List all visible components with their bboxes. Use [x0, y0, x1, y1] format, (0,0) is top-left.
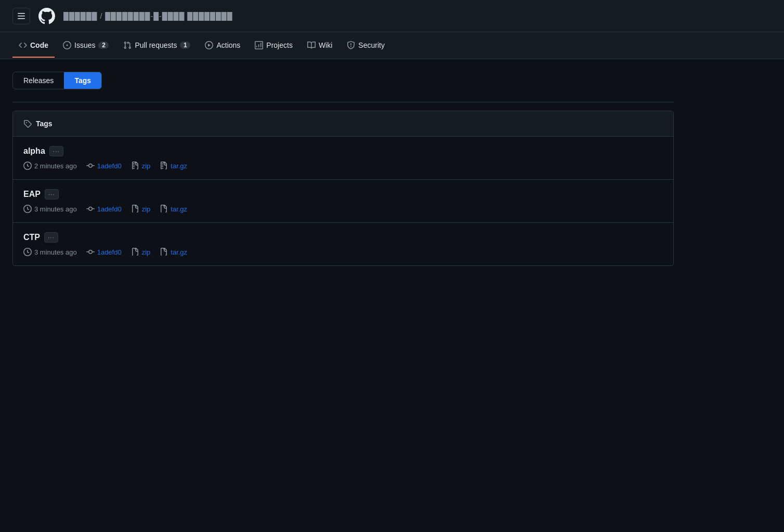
tag-tar-link-alpha[interactable]: tar.gz: [171, 162, 187, 170]
tag-time-text-eap: 3 minutes ago: [34, 205, 77, 213]
tag-commit-eap: 1adefd0: [86, 205, 122, 213]
tag-tar-link-ctp[interactable]: tar.gz: [171, 248, 187, 256]
tag-meta-eap: 3 minutes ago 1adefd0 zip: [23, 205, 663, 213]
tab-issues-label: Issues: [74, 41, 95, 49]
nav-tabs: Code Issues 2 Pull requests 1 Actions Pr…: [0, 32, 784, 59]
tag-row: alpha ··· 2 minutes ago 1adefd0: [13, 137, 673, 180]
tags-card-header: Tags: [13, 111, 673, 137]
main-content: Releases Tags Tags alpha ··· 2 minu: [0, 59, 686, 278]
tag-dots-button-alpha[interactable]: ···: [49, 146, 63, 156]
tags-card: Tags alpha ··· 2 minutes ago 1: [12, 111, 674, 266]
tar-icon-eap: [160, 205, 168, 213]
tab-wiki[interactable]: Wiki: [301, 34, 338, 58]
tag-commit-alpha: 1adefd0: [86, 162, 122, 170]
pr-badge: 1: [180, 42, 190, 49]
tab-actions[interactable]: Actions: [199, 34, 246, 58]
tag-icon: [23, 119, 32, 128]
issues-badge: 2: [98, 42, 109, 49]
tab-wiki-label: Wiki: [319, 41, 332, 49]
tag-meta-alpha: 2 minutes ago 1adefd0 zip: [23, 162, 663, 170]
tar-icon-ctp: [160, 248, 168, 256]
tag-zip-link-alpha[interactable]: zip: [142, 162, 151, 170]
tag-commit-link-ctp[interactable]: 1adefd0: [97, 248, 122, 256]
tag-row-ctp: CTP ··· 3 minutes ago 1adefd0: [13, 223, 673, 265]
hamburger-icon: [17, 12, 25, 20]
tag-tar-alpha: tar.gz: [160, 162, 187, 170]
tag-zip-alpha: zip: [131, 162, 151, 170]
actions-icon: [205, 41, 213, 49]
tab-security[interactable]: Security: [341, 34, 391, 58]
clock-icon: [23, 162, 32, 170]
tag-dots-button-eap[interactable]: ···: [45, 189, 59, 200]
tag-name-row-alpha: alpha ···: [23, 146, 663, 156]
tag-name-row-eap: EAP ···: [23, 189, 663, 200]
tags-toggle-button[interactable]: Tags: [64, 72, 101, 89]
pr-icon: [123, 41, 132, 49]
tab-security-label: Security: [358, 41, 385, 49]
issue-icon: [63, 41, 71, 49]
projects-icon: [255, 41, 263, 49]
tar-icon: [160, 162, 168, 170]
zip-icon-ctp: [131, 248, 139, 256]
commit-icon-ctp: [86, 248, 95, 256]
tags-header-label: Tags: [36, 119, 53, 128]
tag-zip-link-ctp[interactable]: zip: [142, 248, 151, 256]
tag-meta-ctp: 3 minutes ago 1adefd0 zip: [23, 248, 663, 256]
section-divider: [12, 102, 674, 102]
tag-time-ctp: 3 minutes ago: [23, 248, 77, 256]
commit-icon: [86, 162, 95, 170]
tag-name-alpha: alpha: [23, 147, 45, 156]
releases-toggle-button[interactable]: Releases: [13, 72, 64, 89]
tab-code-label: Code: [30, 41, 48, 49]
code-icon: [19, 41, 27, 49]
repo-name: ██████ / ████████-█-████ ████████: [63, 12, 233, 20]
tag-zip-ctp: zip: [131, 248, 151, 256]
tab-issues[interactable]: Issues 2: [57, 34, 115, 58]
tag-time-text-ctp: 3 minutes ago: [34, 248, 77, 256]
zip-icon: [131, 162, 139, 170]
menu-button[interactable]: [12, 8, 30, 24]
releases-tags-toggle: Releases Tags: [12, 72, 102, 89]
topbar: ██████ / ████████-█-████ ████████: [0, 0, 784, 32]
tab-pr-label: Pull requests: [135, 41, 177, 49]
tag-tar-link-eap[interactable]: tar.gz: [171, 205, 187, 213]
tag-name-ctp: CTP: [23, 233, 40, 242]
github-logo: [38, 8, 55, 24]
tag-tar-ctp: tar.gz: [160, 248, 187, 256]
commit-icon-eap: [86, 205, 95, 213]
clock-icon-ctp: [23, 248, 32, 256]
security-icon: [347, 41, 355, 49]
tab-actions-label: Actions: [216, 41, 240, 49]
tag-tar-eap: tar.gz: [160, 205, 187, 213]
tab-code[interactable]: Code: [12, 34, 55, 58]
tag-zip-link-eap[interactable]: zip: [142, 205, 151, 213]
tag-time-eap: 3 minutes ago: [23, 205, 77, 213]
tab-pull-requests[interactable]: Pull requests 1: [117, 34, 197, 58]
tag-commit-ctp: 1adefd0: [86, 248, 122, 256]
tab-projects-label: Projects: [266, 41, 293, 49]
tag-commit-link-alpha[interactable]: 1adefd0: [97, 162, 122, 170]
tag-dots-button-ctp[interactable]: ···: [44, 232, 58, 243]
tag-name-eap: EAP: [23, 190, 41, 199]
tag-commit-link-eap[interactable]: 1adefd0: [97, 205, 122, 213]
tag-zip-eap: zip: [131, 205, 151, 213]
zip-icon-eap: [131, 205, 139, 213]
wiki-icon: [307, 41, 316, 49]
tag-name-row-ctp: CTP ···: [23, 232, 663, 243]
tag-time-text-alpha: 2 minutes ago: [34, 162, 77, 170]
clock-icon-eap: [23, 205, 32, 213]
tag-time-alpha: 2 minutes ago: [23, 162, 77, 170]
tag-row-eap: EAP ··· 3 minutes ago 1adefd0: [13, 180, 673, 223]
tab-projects[interactable]: Projects: [249, 34, 299, 58]
